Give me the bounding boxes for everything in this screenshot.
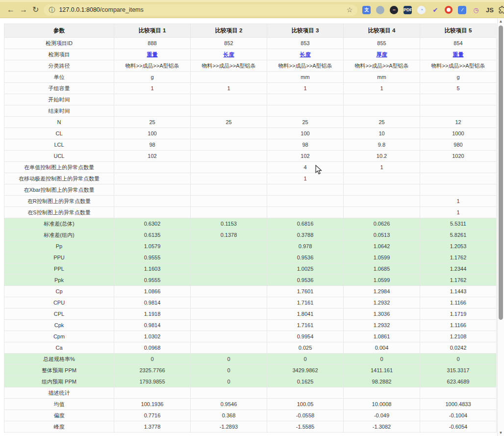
cell-value: -1.2893 (191, 421, 267, 433)
cell-value: 0.9536 (267, 275, 344, 286)
reload-button[interactable]: ↻ (32, 6, 39, 14)
cell-value: 98 (114, 139, 191, 151)
translate-ext-icon[interactable]: 文 (362, 6, 371, 14)
cell-value (344, 94, 420, 105)
item-link[interactable]: 厚度 (377, 51, 387, 57)
cell-value (267, 94, 344, 105)
cell-value: 855 (344, 38, 420, 49)
row-label: 均值 (4, 399, 114, 410)
cell-value: 1.0599 (344, 252, 420, 263)
screenshot-ext-icon[interactable]: ∕ (458, 6, 466, 14)
row-label: 结束时间 (4, 105, 114, 117)
cell-value: 0.978 (267, 241, 344, 252)
cell-value (191, 331, 267, 342)
row-label: 在移动极差控制图上的异常点数量 (4, 173, 114, 184)
row-label: 在S控制图上的异常点数量 (4, 207, 114, 218)
table-row: 单位gmmmmg (4, 72, 497, 83)
cell-value: 0 (191, 354, 267, 365)
cell-value (191, 162, 267, 173)
item-link[interactable]: 长度 (300, 51, 311, 57)
cell-value (191, 275, 267, 286)
cell-value: 98.2882 (344, 376, 420, 387)
back-button[interactable]: ← (7, 6, 15, 14)
cell-value (267, 184, 344, 196)
extensions-bar: 文•••PDF◔✔∕◷JS (362, 6, 494, 14)
cell-value (267, 387, 344, 399)
table-row: Ppk0.95550.95361.05991.1762 (4, 275, 497, 286)
cell-value: 1020 (420, 151, 497, 162)
js-ext-icon[interactable]: JS (485, 6, 494, 14)
pdf-ext-icon[interactable]: PDF (403, 6, 412, 14)
table-row: 组内预期 PPM1793.985500.162598.2882623.4689 (4, 376, 497, 387)
scrollbar-down-arrow[interactable]: ▼ (498, 431, 504, 435)
cell-value: 0 (420, 354, 497, 365)
gray-circle-ext-icon[interactable] (376, 6, 384, 14)
cell-value: 980 (420, 139, 497, 151)
cell-value: 0.9954 (267, 331, 344, 342)
cell-value: 1.1166 (420, 320, 497, 331)
table-row: Cpk0.98141.71611.29321.1166 (4, 320, 497, 331)
table-row: 分类路径物料>>成品>>A型铝条物料>>成品>>A型铝条物料>>成品>>A型铝条… (4, 60, 497, 72)
item-link[interactable]: 重量 (453, 51, 464, 57)
check-ext-icon[interactable]: ✔ (431, 6, 439, 14)
row-label: PPL (4, 263, 114, 275)
address-bar[interactable]: ⓘ 127.0.0.1:8080/compare_items ☆ (44, 4, 357, 16)
swirl-ext-icon[interactable]: ◔ (417, 6, 426, 14)
cell-value: 0.9555 (114, 275, 191, 286)
row-label: 在R控制图上的异常点数量 (4, 196, 114, 207)
row-label: Ca (4, 342, 114, 354)
cell-value (420, 387, 497, 399)
cell-value: -0.1004 (420, 410, 497, 421)
cell-value (114, 207, 191, 218)
cell-value: 1.3036 (344, 308, 420, 320)
item-link[interactable]: 长度 (224, 51, 234, 57)
cell-value: 1 (114, 83, 191, 94)
cell-value (344, 184, 420, 196)
cell-value: 1.8041 (267, 308, 344, 320)
table-row: Ca0.09680.0250.0040.0242 (4, 342, 497, 354)
cell-value: 1.2053 (420, 241, 497, 252)
row-label: Cp (4, 286, 114, 297)
site-info-icon[interactable]: ⓘ (49, 7, 55, 13)
red-ring-ext-icon[interactable] (445, 6, 453, 14)
cell-value (191, 196, 267, 207)
cell-value: 0.0626 (344, 218, 420, 230)
cell-value: 1.0861 (344, 331, 420, 342)
cell-value: 1.1603 (114, 263, 191, 275)
cell-value: g (420, 72, 497, 83)
cell-value: 10.2 (344, 151, 420, 162)
cell-value: 5.8261 (420, 230, 497, 241)
cell-value (267, 105, 344, 117)
vertical-scrollbar[interactable]: ▲ ▼ (497, 18, 504, 436)
table-row: 描述统计 (4, 387, 497, 399)
cell-value: g (114, 72, 191, 83)
item-link[interactable]: 重量 (147, 51, 158, 57)
scrollbar-thumb[interactable] (499, 26, 503, 320)
cell-value: -1.5585 (267, 421, 344, 433)
cell-value: 623.4689 (420, 376, 497, 387)
cell-value: 1 (267, 83, 344, 94)
cell-value (344, 173, 420, 184)
row-label: 单位 (4, 72, 114, 83)
cell-value: 0.1153 (191, 218, 267, 230)
cell-value (191, 342, 267, 354)
forward-button[interactable]: → (20, 6, 27, 14)
scrollbar-up-arrow[interactable]: ▲ (498, 19, 504, 24)
extensions-puzzle-icon[interactable] (499, 6, 504, 14)
cell-value (191, 286, 267, 297)
cell-value (191, 72, 267, 83)
dots-ext-icon[interactable]: ••• (390, 6, 398, 14)
cell-value: 5 (420, 83, 497, 94)
cell-value: 25 (267, 117, 344, 128)
cell-value (191, 263, 267, 275)
cell-value: 9.8 (344, 139, 420, 151)
row-label: CPU (4, 297, 114, 308)
cell-value: 物料>>成品>>A型铝条 (344, 60, 420, 72)
history-clock-ext-icon[interactable]: ◷ (472, 6, 480, 14)
row-label: LCL (4, 139, 114, 151)
cell-value: 0.6135 (114, 230, 191, 241)
cell-value (191, 252, 267, 263)
bookmark-star-icon[interactable]: ☆ (347, 6, 353, 13)
url-text[interactable]: 127.0.0.1:8080/compare_items (59, 6, 342, 13)
table-row: 标准差(组内)0.61350.13780.37880.05135.8261 (4, 230, 497, 241)
